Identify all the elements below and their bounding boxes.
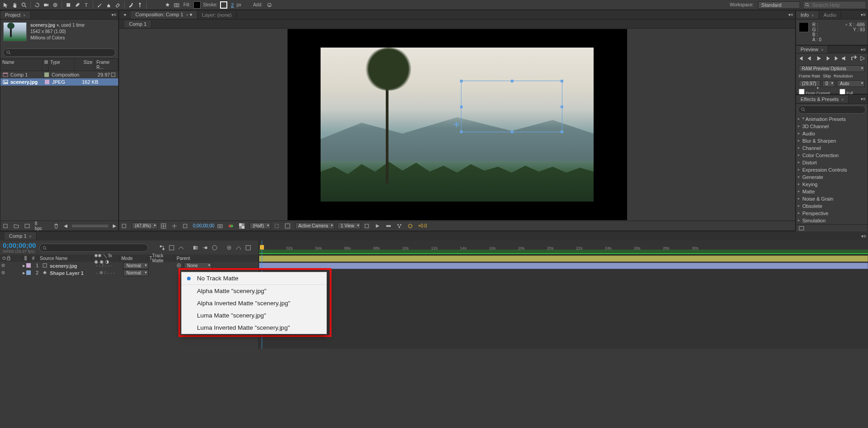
parent-pickwhip-icon[interactable]: [176, 262, 182, 269]
interpret-icon[interactable]: [2, 223, 9, 229]
blend-mode-dropdown[interactable]: Normal: [123, 262, 149, 269]
composition-viewport[interactable]: [119, 29, 795, 221]
project-search-input[interactable]: [3, 48, 115, 57]
tab-composition[interactable]: Composition: Comp 1× ▾: [131, 11, 197, 19]
layer-bar-2[interactable]: [259, 263, 868, 269]
frame-blend-icon[interactable]: [192, 245, 199, 251]
transparency-icon[interactable]: [239, 223, 245, 229]
stroke-swatch[interactable]: [220, 1, 227, 9]
ram-preview-icon[interactable]: [859, 55, 866, 62]
transparency-grid-icon[interactable]: [284, 223, 291, 229]
panel-menu-icon[interactable]: ▾≡: [786, 12, 795, 17]
zoom-tool-icon[interactable]: [20, 1, 28, 9]
fast-preview-icon[interactable]: [374, 223, 381, 229]
hand-tool-icon[interactable]: [11, 1, 19, 9]
ram-preview-options-dropdown[interactable]: RAM Preview Options: [799, 65, 865, 72]
pixel-aspect-icon[interactable]: [364, 223, 370, 229]
panel-menu-icon[interactable]: ▾≡: [859, 47, 868, 52]
menu-item-alpha-inverted-matte[interactable]: Alpha Inverted Matte "scenery.jpg": [182, 297, 326, 309]
skip-dropdown[interactable]: 0: [822, 80, 835, 87]
folder-icon[interactable]: [13, 223, 19, 229]
mask-icon[interactable]: [182, 223, 188, 229]
shape-layer-selection[interactable]: [461, 81, 562, 132]
panel-menu-icon[interactable]: ▾≡: [859, 234, 868, 239]
new-comp-icon[interactable]: [24, 223, 30, 229]
tab-audio[interactable]: Audio: [819, 11, 841, 19]
timeline-icon[interactable]: [385, 223, 392, 229]
comp-mini-flowchart-icon[interactable]: [159, 245, 165, 251]
effects-category[interactable]: Expression Controls: [796, 166, 868, 173]
effects-category[interactable]: Obsolete: [796, 202, 868, 210]
roi-icon[interactable]: [273, 223, 280, 229]
comp-arrow-icon[interactable]: [121, 11, 129, 19]
grid-icon[interactable]: [160, 223, 167, 229]
panel-menu-icon[interactable]: ▾≡: [859, 96, 868, 101]
menu-item-no-track-matte[interactable]: No Track Matte: [182, 272, 326, 285]
prev-frame-icon[interactable]: [806, 55, 813, 62]
effects-category[interactable]: Noise & Grain: [796, 195, 868, 202]
effects-category[interactable]: Generate: [796, 173, 868, 181]
effects-search-input[interactable]: [798, 106, 866, 114]
bpc-label[interactable]: 8 bpc: [35, 221, 46, 231]
lock-icon[interactable]: [6, 256, 11, 260]
expand-icon[interactable]: [245, 245, 251, 251]
flowchart-icon[interactable]: [396, 223, 403, 229]
menu-item-luma-matte[interactable]: Luma Matte "scenery.jpg": [182, 309, 326, 322]
tab-project[interactable]: Project×: [0, 11, 31, 19]
workspace-dropdown[interactable]: Standard: [758, 1, 800, 9]
blend-mode-dropdown[interactable]: Normal: [123, 269, 149, 276]
timeline-ruler-area[interactable]: 02s04s06s08s10s12s14s16s18s20s22s24s26s2…: [259, 240, 868, 349]
loop-icon[interactable]: [850, 55, 857, 62]
panel-menu-icon[interactable]: ▾≡: [110, 12, 118, 17]
clone-stamp-tool-icon[interactable]: [105, 1, 113, 9]
brush-tool-icon[interactable]: [96, 1, 104, 9]
tab-preview[interactable]: Preview×: [796, 46, 828, 53]
ram-resolution-dropdown[interactable]: Auto: [837, 80, 865, 87]
av-features-icon[interactable]: [2, 256, 6, 260]
mute-icon[interactable]: [841, 55, 848, 62]
col-type[interactable]: Type: [48, 59, 75, 71]
trash-icon[interactable]: [53, 223, 59, 229]
timeline-tab[interactable]: Comp 1×: [5, 232, 37, 240]
panel-menu-icon[interactable]: ▾≡: [859, 12, 868, 17]
effects-category[interactable]: Color Correction: [796, 152, 868, 159]
time-ruler[interactable]: 02s04s06s08s10s12s14s16s18s20s22s24s26s2…: [259, 240, 868, 255]
exposure-value[interactable]: +0.0: [418, 223, 427, 228]
tab-info[interactable]: Info×: [796, 11, 819, 19]
auto-keyframe-icon[interactable]: [226, 245, 232, 251]
stroke-width-value[interactable]: 2: [231, 2, 234, 8]
col-parent[interactable]: Parent: [175, 255, 259, 262]
play-icon[interactable]: [815, 55, 822, 62]
playhead-indicator-icon[interactable]: [260, 245, 264, 250]
col-source-name[interactable]: Source Name: [38, 255, 92, 262]
add-menu-icon[interactable]: [265, 1, 273, 9]
fill-swatch[interactable]: [193, 1, 201, 9]
effects-category[interactable]: Channel: [796, 144, 868, 152]
project-row-comp[interactable]: Comp 1 Composition 29.97: [0, 71, 118, 78]
magnify-icon[interactable]: [121, 223, 127, 229]
text-tool-icon[interactable]: T: [82, 1, 91, 9]
effects-category[interactable]: Distort: [796, 159, 868, 166]
effects-category[interactable]: Matte: [796, 188, 868, 195]
video-toggle-icon[interactable]: [1, 270, 5, 275]
puppet-pin-tool-icon[interactable]: [136, 1, 144, 9]
camera-dropdown[interactable]: Active Camera: [295, 222, 335, 229]
timeline-search-input[interactable]: [39, 244, 148, 252]
zoom-dropdown[interactable]: (47.8%): [132, 222, 158, 229]
settings-icon[interactable]: [110, 72, 116, 78]
shy-icon[interactable]: [178, 245, 184, 251]
resolution-dropdown[interactable]: (Half): [249, 222, 270, 229]
menu-item-alpha-matte[interactable]: Alpha Matte "scenery.jpg": [182, 285, 326, 297]
motion-blur-icon[interactable]: [202, 245, 208, 251]
brainstorm-icon[interactable]: [211, 245, 218, 251]
col-name[interactable]: Name: [0, 59, 42, 71]
effects-category[interactable]: 3D Channel: [796, 123, 868, 130]
channel-icon[interactable]: [228, 223, 234, 229]
tab-layer[interactable]: Layer: (none): [197, 11, 236, 19]
draft-3d-icon[interactable]: [168, 245, 175, 251]
star-icon[interactable]: [163, 1, 172, 9]
tab-effects-presets[interactable]: Effects & Presets×: [796, 96, 849, 103]
camera-tool-icon[interactable]: [42, 1, 50, 9]
effects-category[interactable]: Keying: [796, 181, 868, 188]
current-timecode[interactable]: 0;00;00;00: [3, 241, 36, 249]
